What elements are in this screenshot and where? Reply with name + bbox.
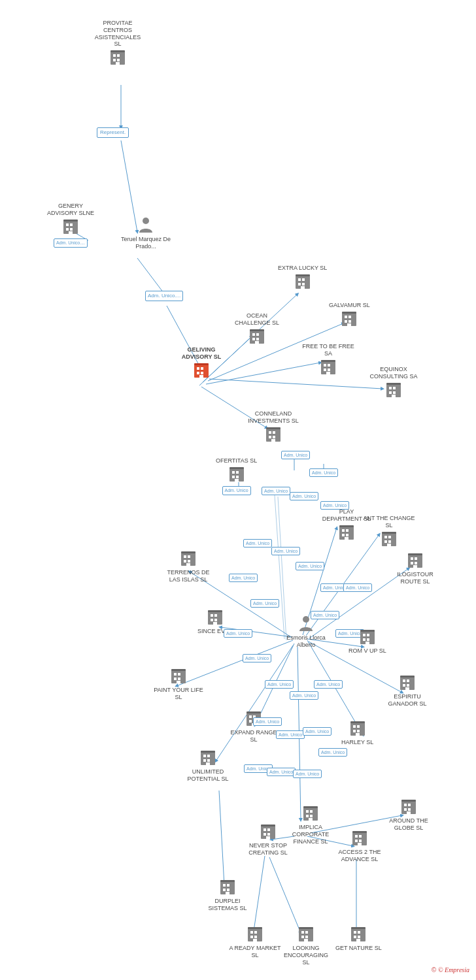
- svg-rect-181: [207, 759, 210, 762]
- svg-rect-109: [342, 534, 345, 536]
- building-icon-logistour: [406, 551, 424, 569]
- svg-rect-65: [345, 316, 347, 318]
- svg-rect-133: [408, 553, 422, 555]
- svg-rect-174: [357, 730, 360, 732]
- svg-rect-223: [254, 936, 257, 938]
- svg-rect-118: [387, 544, 391, 546]
- node-unlimited: UNLIMITED POTENTIAL SL: [182, 748, 234, 783]
- node-get-nature: GET NATURE SL: [335, 924, 382, 952]
- svg-rect-215: [223, 889, 226, 891]
- svg-rect-176: [350, 721, 365, 723]
- svg-rect-225: [248, 927, 262, 929]
- svg-rect-232: [299, 927, 313, 929]
- svg-rect-183: [201, 751, 215, 753]
- svg-rect-189: [309, 818, 313, 821]
- building-icon-play: [337, 523, 356, 541]
- svg-rect-80: [328, 364, 330, 367]
- svg-rect-185: [306, 810, 309, 813]
- badge-adm-unl3[interactable]: Adm. Unico: [293, 766, 322, 778]
- badge-adm-ofertitas[interactable]: Adm. Unico: [222, 486, 251, 495]
- node-equinox: EQUINOX CONSULTING SA: [367, 366, 420, 400]
- badge-adm-play1[interactable]: Adm. Unico: [243, 536, 272, 547]
- building-icon-access2: [350, 828, 369, 847]
- badge-adm-conn3[interactable]: Adm. Unico: [262, 483, 290, 495]
- svg-rect-111: [345, 537, 348, 540]
- svg-rect-44: [66, 223, 69, 226]
- svg-rect-45: [70, 223, 73, 226]
- badge-adm-exp1[interactable]: Adm. Unico: [253, 714, 282, 726]
- badge-adm-paint4[interactable]: Adm. Unico: [314, 677, 343, 689]
- badge-adm-exp2[interactable]: Adm. Unico: [276, 727, 305, 739]
- badge-adm-paint3[interactable]: Adm. Unico: [290, 688, 318, 700]
- svg-rect-63: [296, 274, 310, 276]
- svg-rect-51: [197, 367, 199, 370]
- building-icon-equinox: [384, 380, 403, 399]
- building-icon-genery: [61, 217, 80, 235]
- badge-adm-teruel[interactable]: Adm. Unico....: [145, 291, 183, 301]
- badge-adm-es1[interactable]: Adm. Unico: [311, 608, 339, 619]
- svg-rect-117: [388, 540, 391, 543]
- building-icon-geliving: [192, 361, 211, 379]
- svg-rect-97: [271, 439, 275, 442]
- svg-rect-39: [117, 59, 120, 61]
- node-paint-life: PAINT YOUR LIFE SL: [152, 666, 205, 701]
- svg-rect-231: [304, 939, 308, 941]
- svg-rect-164: [249, 715, 252, 718]
- svg-rect-229: [301, 936, 304, 938]
- svg-rect-193: [267, 828, 270, 831]
- svg-rect-87: [393, 387, 396, 389]
- badge-adm-paint1[interactable]: Adm. Unico: [243, 651, 271, 662]
- svg-rect-103: [236, 476, 239, 478]
- svg-rect-83: [326, 372, 330, 374]
- svg-rect-79: [324, 364, 326, 367]
- node-genery: GENERY ADVISORY SLNE Adm. Unico....: [44, 203, 97, 248]
- svg-rect-135: [211, 614, 213, 617]
- badge-adm-conn4[interactable]: Adm. Unico: [290, 489, 318, 500]
- badge-adm-since1[interactable]: Adm. Unico: [224, 626, 252, 638]
- svg-line-32: [219, 791, 224, 885]
- node-durplei: DURPLEI SISTEMAS SL: [201, 877, 254, 912]
- badge-adm-conn2[interactable]: Adm. Unico: [309, 465, 338, 477]
- badge-adm-since2[interactable]: Adm. Unico: [250, 596, 279, 608]
- svg-rect-60: [298, 283, 301, 286]
- svg-rect-224: [253, 939, 257, 941]
- badge-adm-genery[interactable]: Adm. Unico....: [54, 238, 88, 248]
- svg-rect-206: [404, 804, 407, 806]
- badge-adm-play2[interactable]: Adm. Unico: [271, 544, 300, 555]
- node-looking: LOOKING ENCOURAGING SL: [280, 924, 332, 966]
- svg-rect-199: [355, 835, 358, 838]
- svg-rect-151: [178, 673, 180, 676]
- badge-adm-unl2[interactable]: Adm. Unico: [267, 764, 296, 776]
- badge-adm-harley[interactable]: Adm. Unico: [318, 745, 347, 757]
- svg-rect-36: [113, 54, 116, 57]
- building-icon-a-ready: [246, 924, 264, 943]
- svg-rect-220: [250, 931, 253, 934]
- svg-rect-96: [273, 436, 275, 438]
- badge-adm-play3[interactable]: Adm. Unico: [296, 559, 324, 570]
- badge-adm-conn1[interactable]: Adm. Unico: [281, 448, 310, 459]
- svg-rect-202: [359, 840, 362, 842]
- svg-rect-150: [174, 673, 177, 676]
- svg-rect-178: [203, 755, 206, 757]
- svg-rect-218: [220, 880, 235, 882]
- badge-adm-terrenos[interactable]: Adm. Unico: [229, 570, 258, 582]
- svg-rect-47: [70, 228, 73, 231]
- building-icon-unlimited: [199, 748, 217, 766]
- badge-adm-exp3[interactable]: Adm. Unico: [303, 724, 332, 736]
- svg-rect-48: [69, 231, 73, 234]
- badge-adm-paint2[interactable]: Adm. Unico: [265, 677, 294, 689]
- svg-rect-108: [346, 529, 348, 532]
- svg-rect-192: [264, 828, 266, 831]
- node-conneland: CONNELAND INVESTMENTS SL: [247, 410, 299, 445]
- building-icon-harley: [348, 719, 367, 737]
- svg-rect-158: [407, 679, 409, 682]
- svg-rect-188: [310, 815, 313, 817]
- svg-rect-201: [355, 840, 358, 842]
- svg-rect-38: [113, 59, 116, 61]
- svg-rect-41: [110, 50, 125, 52]
- svg-rect-211: [401, 800, 416, 802]
- copyright: © © Empresia: [432, 966, 469, 973]
- building-icon-terrenos: [179, 549, 197, 567]
- badge-represent[interactable]: Represent.: [97, 127, 129, 138]
- badge-adm-play5[interactable]: Adm. Unico: [343, 580, 372, 592]
